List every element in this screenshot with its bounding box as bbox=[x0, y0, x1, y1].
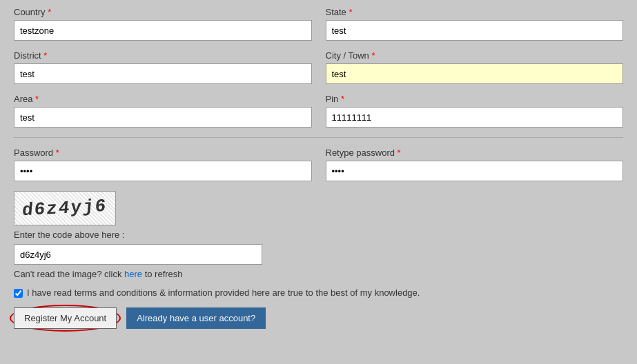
district-required: * bbox=[43, 50, 47, 61]
register-button-wrapper: Register My Account bbox=[14, 307, 117, 329]
captcha-label: Enter the code above here : bbox=[14, 230, 623, 240]
section-divider bbox=[14, 137, 623, 138]
area-label: Area * bbox=[14, 94, 312, 104]
area-group: Area * bbox=[14, 94, 312, 128]
state-input[interactable] bbox=[326, 20, 624, 41]
retype-password-required: * bbox=[398, 148, 401, 158]
retype-password-input[interactable] bbox=[326, 161, 624, 181]
area-input[interactable] bbox=[14, 107, 312, 128]
state-required: * bbox=[349, 7, 352, 17]
country-label: Country * bbox=[14, 7, 312, 17]
refresh-text-before: Can't read the image? click bbox=[14, 269, 124, 279]
pin-group: Pin * bbox=[326, 94, 624, 128]
retype-password-label: Retype password * bbox=[326, 148, 624, 158]
password-group: Password * bbox=[14, 148, 312, 181]
already-account-button[interactable]: Already have a user account? bbox=[126, 307, 266, 329]
country-required: * bbox=[48, 7, 51, 17]
password-row: Password * Retype password * bbox=[14, 148, 623, 181]
pin-required: * bbox=[341, 94, 344, 104]
city-group: City / Town * bbox=[326, 50, 624, 84]
area-pin-row: Area * Pin * bbox=[14, 94, 623, 128]
pin-input[interactable] bbox=[326, 107, 624, 128]
city-label: City / Town * bbox=[326, 50, 624, 61]
refresh-text-after: to refresh bbox=[142, 269, 183, 279]
pin-label: Pin * bbox=[326, 94, 624, 104]
terms-checkbox[interactable] bbox=[14, 289, 23, 298]
area-required: * bbox=[35, 94, 39, 104]
retype-password-group: Retype password * bbox=[326, 148, 624, 181]
district-city-row: District * City / Town * bbox=[14, 50, 623, 84]
password-label: Password * bbox=[14, 148, 312, 158]
password-input[interactable] bbox=[14, 161, 312, 181]
district-group: District * bbox=[14, 50, 312, 84]
password-required: * bbox=[56, 148, 59, 158]
city-input[interactable] bbox=[326, 63, 624, 84]
district-label: District * bbox=[14, 50, 312, 61]
terms-row: I have read terms and conditions & infor… bbox=[14, 287, 623, 298]
refresh-line: Can't read the image? click here to refr… bbox=[14, 269, 623, 279]
country-group: Country * bbox=[14, 7, 312, 41]
terms-text: I have read terms and conditions & infor… bbox=[27, 287, 420, 298]
captcha-input[interactable] bbox=[14, 244, 262, 265]
country-state-row: Country * State * bbox=[14, 7, 623, 41]
country-input[interactable] bbox=[14, 20, 312, 41]
state-group: State * bbox=[326, 7, 624, 41]
register-button[interactable]: Register My Account bbox=[14, 307, 117, 329]
city-required: * bbox=[371, 50, 375, 61]
captcha-image: d6z4yj6 bbox=[14, 191, 116, 225]
refresh-link[interactable]: here bbox=[124, 269, 142, 279]
state-label: State * bbox=[326, 7, 624, 17]
district-input[interactable] bbox=[14, 63, 312, 84]
captcha-section: d6z4yj6 Enter the code above here : Can'… bbox=[14, 191, 623, 279]
buttons-row: Register My Account Already have a user … bbox=[14, 307, 623, 329]
